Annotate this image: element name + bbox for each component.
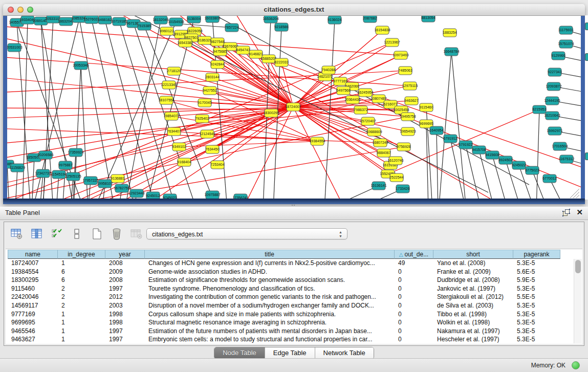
network-node[interactable]: 9884067: [377, 149, 390, 157]
table-row[interactable]: 946362711997Embryonic stem cells: a mode…: [8, 335, 572, 344]
column-header-year[interactable]: year: [105, 250, 145, 259]
table-cell[interactable]: 0: [395, 293, 433, 301]
network-node[interactable]: 7986372: [354, 106, 367, 114]
table-cell[interactable]: 22420046: [8, 293, 58, 301]
table-cell[interactable]: 1: [58, 327, 105, 336]
tab-node-table[interactable]: Node Table: [214, 347, 265, 359]
network-edge[interactable]: [451, 52, 465, 199]
network-node[interactable]: 7634407: [167, 127, 181, 136]
table-row[interactable]: 1456911722003Disruption of a novel membe…: [8, 301, 572, 310]
tab-edge-table[interactable]: Edge Table: [265, 347, 315, 359]
select-columns-icon[interactable]: [50, 227, 63, 240]
table-cell[interactable]: 5.6E-5: [513, 268, 560, 276]
network-edge[interactable]: [15, 168, 17, 199]
table-row[interactable]: 2242004622012Investigating the contribut…: [8, 293, 572, 301]
table-options-icon[interactable]: [10, 227, 24, 240]
delete-table-icon[interactable]: [110, 227, 123, 240]
network-edge[interactable]: [7, 36, 293, 107]
network-node[interactable]: 20053346: [73, 61, 89, 70]
network-node[interactable]: 17359924: [68, 148, 83, 157]
table-cell[interactable]: 0: [395, 318, 433, 327]
network-node[interactable]: 18107554: [158, 96, 174, 104]
column-header-out_de[interactable]: △out_de...: [395, 250, 433, 259]
network-node[interactable]: 2803144: [205, 73, 219, 81]
network-node[interactable]: 17957225: [82, 177, 98, 185]
network-node[interactable]: 17016504: [552, 142, 568, 150]
network-node[interactable]: 16245954: [357, 89, 373, 97]
table-cell[interactable]: 2: [58, 301, 105, 310]
network-node[interactable]: 19654923: [400, 127, 416, 136]
table-cell[interactable]: 5.3E-5: [513, 335, 560, 344]
table-cell[interactable]: 18724007: [8, 259, 58, 268]
network-node[interactable]: 9245022: [512, 161, 526, 169]
table-cell[interactable]: Changes of HCN gene expression and I(f) …: [145, 259, 395, 268]
network-node[interactable]: 16120746: [387, 157, 403, 165]
table-cell[interactable]: Investigating the contribution of common…: [145, 293, 395, 301]
network-edge[interactable]: [176, 24, 232, 28]
table-cell[interactable]: 1997: [105, 335, 145, 344]
table-cell[interactable]: 1998: [105, 318, 145, 327]
table-cell[interactable]: 18300295: [8, 276, 58, 285]
network-node[interactable]: 20206586: [37, 151, 53, 159]
network-edge[interactable]: [437, 130, 438, 199]
table-row[interactable]: 911546021997Tourette syndrome. Phenomeno…: [8, 285, 572, 293]
network-node[interactable]: 9463627: [404, 97, 418, 105]
network-node[interactable]: 1733426: [396, 185, 409, 193]
network-node[interactable]: 12975115: [402, 82, 418, 90]
network-node[interactable]: 12505135: [65, 172, 81, 181]
network-node[interactable]: 9349102: [172, 143, 186, 151]
table-cell[interactable]: Estimation of significance thresholds fo…: [145, 276, 395, 285]
table-cell[interactable]: 5.3E-5: [513, 310, 560, 319]
table-cell[interactable]: 5.3E-5: [513, 301, 560, 310]
network-node[interactable]: 2087682: [363, 16, 377, 23]
network-node[interactable]: 15751074: [558, 40, 574, 48]
table-cell[interactable]: 6: [58, 276, 105, 285]
table-cell[interactable]: 0: [395, 327, 433, 336]
table-cell[interactable]: Yano et al. (2008): [433, 259, 513, 268]
network-node[interactable]: 9129966: [551, 52, 565, 60]
network-node[interactable]: 12093872: [546, 82, 561, 91]
network-node[interactable]: 6791922: [459, 141, 472, 149]
table-row[interactable]: 1872400712008Changes of HCN gene express…: [8, 259, 572, 268]
network-node[interactable]: 11675312: [559, 155, 575, 163]
network-node[interactable]: 1640954: [429, 126, 443, 135]
network-node[interactable]: 7925402: [195, 115, 209, 123]
network-node[interactable]: 7253404: [210, 161, 224, 169]
table-cell[interactable]: 9777169: [8, 310, 58, 319]
table-cell[interactable]: Stergiakouli et al. (2012): [433, 293, 513, 301]
network-node[interactable]: 15136141: [371, 182, 386, 190]
table-cell[interactable]: 0: [395, 301, 433, 310]
network-node[interactable]: 9245012: [146, 192, 160, 199]
network-node[interactable]: 15720407: [360, 117, 376, 125]
table-cell[interactable]: 0: [395, 276, 433, 285]
network-node[interactable]: 18300295: [263, 109, 279, 117]
table-cell[interactable]: Franke et al. (2009): [433, 268, 513, 276]
network-node[interactable]: 9136004: [187, 16, 201, 23]
network-node[interactable]: 9975887: [58, 161, 72, 169]
network-node[interactable]: 6466162: [98, 16, 112, 24]
table-cell[interactable]: 2003: [105, 301, 145, 310]
table-cell[interactable]: Estimation of the future numbers of pati…: [145, 327, 395, 336]
table-cell[interactable]: 14569117: [8, 301, 58, 310]
network-node[interactable]: 19384554: [309, 137, 325, 145]
network-node[interactable]: 12213349: [161, 81, 177, 89]
scrollbar-thumb[interactable]: [575, 260, 581, 273]
table-cell[interactable]: Tourette syndrome. Phenomenology and cla…: [145, 285, 395, 293]
table-row[interactable]: 946554611997Estimation of the future num…: [8, 327, 572, 336]
close-panel-icon[interactable]: ✕: [576, 208, 583, 216]
canvas-resize-grip[interactable]: [570, 189, 579, 198]
network-node[interactable]: 15992971: [547, 127, 562, 135]
network-node[interactable]: 6770012: [542, 174, 556, 183]
network-edge[interactable]: [119, 21, 176, 199]
table-cell[interactable]: 0: [395, 335, 433, 344]
network-edge[interactable]: [94, 22, 176, 199]
table-cell[interactable]: 0: [395, 285, 433, 293]
network-node[interactable]: 12124549: [199, 130, 215, 138]
float-panel-icon[interactable]: [562, 209, 570, 216]
table-cell[interactable]: 1997: [105, 327, 145, 336]
network-node[interactable]: 2718120: [167, 67, 181, 75]
network-node[interactable]: 7940288: [321, 66, 335, 74]
table-cell[interactable]: 5.3E-5: [513, 259, 560, 268]
column-header-title[interactable]: title: [145, 250, 395, 259]
table-row[interactable]: 1830029562008Estimation of significance …: [8, 276, 572, 285]
